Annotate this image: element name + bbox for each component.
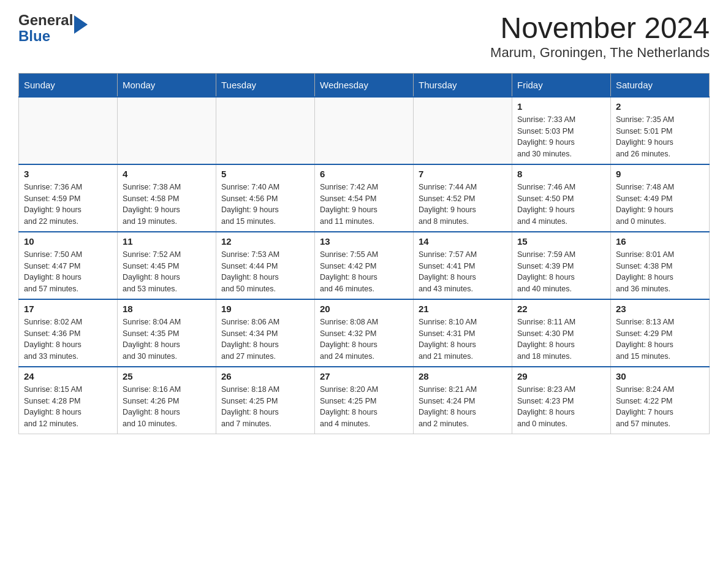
day-number: 15 [517,236,605,247]
calendar-cell: 2Sunrise: 7:35 AM Sunset: 5:01 PM Daylig… [611,97,710,164]
calendar-cell: 11Sunrise: 7:52 AM Sunset: 4:45 PM Dayli… [118,232,216,299]
calendar-cell: 18Sunrise: 8:04 AM Sunset: 4:35 PM Dayli… [118,299,216,367]
logo-general: General [18,12,73,28]
day-info: Sunrise: 8:18 AM Sunset: 4:25 PM Dayligh… [221,384,309,430]
day-info: Sunrise: 8:21 AM Sunset: 4:24 PM Dayligh… [419,384,507,430]
day-number: 23 [616,304,704,314]
day-number: 7 [419,169,507,179]
calendar-cell: 10Sunrise: 7:50 AM Sunset: 4:47 PM Dayli… [19,232,118,299]
day-number: 24 [24,371,112,381]
day-number: 12 [221,236,309,247]
logo: General Blue [18,12,88,45]
day-info: Sunrise: 8:04 AM Sunset: 4:35 PM Dayligh… [123,316,211,362]
day-info: Sunrise: 7:42 AM Sunset: 4:54 PM Dayligh… [320,182,408,228]
day-number: 29 [517,371,605,381]
day-info: Sunrise: 8:08 AM Sunset: 4:32 PM Dayligh… [320,316,408,362]
logo-arrow-icon [74,15,88,34]
day-number: 25 [123,371,211,381]
day-info: Sunrise: 7:59 AM Sunset: 4:39 PM Dayligh… [517,249,605,295]
day-info: Sunrise: 7:40 AM Sunset: 4:56 PM Dayligh… [221,182,309,228]
calendar-cell [118,97,216,164]
day-number: 10 [24,236,112,247]
calendar-cell: 13Sunrise: 7:55 AM Sunset: 4:42 PM Dayli… [315,232,414,299]
calendar-cell: 22Sunrise: 8:11 AM Sunset: 4:30 PM Dayli… [512,299,611,367]
calendar-cell [216,97,315,164]
week-row-3: 10Sunrise: 7:50 AM Sunset: 4:47 PM Dayli… [19,232,710,299]
day-info: Sunrise: 7:52 AM Sunset: 4:45 PM Dayligh… [123,249,211,295]
day-info: Sunrise: 7:44 AM Sunset: 4:52 PM Dayligh… [419,182,507,228]
day-info: Sunrise: 7:48 AM Sunset: 4:49 PM Dayligh… [616,182,704,228]
day-info: Sunrise: 7:57 AM Sunset: 4:41 PM Dayligh… [419,249,507,295]
day-number: 28 [419,371,507,381]
calendar-cell [315,97,414,164]
calendar-cell: 1Sunrise: 7:33 AM Sunset: 5:03 PM Daylig… [512,97,611,164]
day-info: Sunrise: 8:13 AM Sunset: 4:29 PM Dayligh… [616,316,704,362]
calendar-cell: 25Sunrise: 8:16 AM Sunset: 4:26 PM Dayli… [118,367,216,434]
page-header: General Blue November 2024 Marum, Gronin… [18,12,710,61]
day-info: Sunrise: 8:06 AM Sunset: 4:34 PM Dayligh… [221,316,309,362]
day-info: Sunrise: 7:50 AM Sunset: 4:47 PM Dayligh… [24,249,112,295]
calendar-cell: 23Sunrise: 8:13 AM Sunset: 4:29 PM Dayli… [611,299,710,367]
day-number: 18 [123,304,211,314]
day-number: 3 [24,169,112,179]
day-number: 20 [320,304,408,314]
day-header-friday: Friday [512,73,611,97]
day-header-tuesday: Tuesday [216,73,315,97]
calendar-cell: 26Sunrise: 8:18 AM Sunset: 4:25 PM Dayli… [216,367,315,434]
day-number: 9 [616,169,704,179]
day-header-wednesday: Wednesday [315,73,414,97]
day-number: 27 [320,371,408,381]
logo-blue: Blue [18,28,73,44]
week-row-2: 3Sunrise: 7:36 AM Sunset: 4:59 PM Daylig… [19,164,710,232]
calendar-header: SundayMondayTuesdayWednesdayThursdayFrid… [19,73,710,97]
day-header-monday: Monday [118,73,216,97]
day-info: Sunrise: 7:33 AM Sunset: 5:03 PM Dayligh… [517,114,605,160]
day-info: Sunrise: 8:15 AM Sunset: 4:28 PM Dayligh… [24,384,112,430]
calendar-cell: 17Sunrise: 8:02 AM Sunset: 4:36 PM Dayli… [19,299,118,367]
day-number: 19 [221,304,309,314]
day-number: 8 [517,169,605,179]
day-info: Sunrise: 8:20 AM Sunset: 4:25 PM Dayligh… [320,384,408,430]
week-row-4: 17Sunrise: 8:02 AM Sunset: 4:36 PM Dayli… [19,299,710,367]
day-number: 21 [419,304,507,314]
calendar-cell: 3Sunrise: 7:36 AM Sunset: 4:59 PM Daylig… [19,164,118,232]
day-number: 22 [517,304,605,314]
calendar-cell [19,97,118,164]
calendar-cell: 8Sunrise: 7:46 AM Sunset: 4:50 PM Daylig… [512,164,611,232]
day-number: 4 [123,169,211,179]
calendar-cell: 21Sunrise: 8:10 AM Sunset: 4:31 PM Dayli… [414,299,512,367]
week-row-1: 1Sunrise: 7:33 AM Sunset: 5:03 PM Daylig… [19,97,710,164]
week-row-5: 24Sunrise: 8:15 AM Sunset: 4:28 PM Dayli… [19,367,710,434]
calendar-cell [414,97,512,164]
calendar-cell: 24Sunrise: 8:15 AM Sunset: 4:28 PM Dayli… [19,367,118,434]
day-number: 2 [616,101,704,112]
month-title: November 2024 [490,12,710,45]
day-number: 16 [616,236,704,247]
day-info: Sunrise: 8:24 AM Sunset: 4:22 PM Dayligh… [616,384,704,430]
location-title: Marum, Groningen, The Netherlands [490,45,710,61]
day-info: Sunrise: 7:36 AM Sunset: 4:59 PM Dayligh… [24,182,112,228]
calendar-cell: 29Sunrise: 8:23 AM Sunset: 4:23 PM Dayli… [512,367,611,434]
day-number: 6 [320,169,408,179]
day-number: 26 [221,371,309,381]
day-info: Sunrise: 8:16 AM Sunset: 4:26 PM Dayligh… [123,384,211,430]
days-of-week-row: SundayMondayTuesdayWednesdayThursdayFrid… [19,73,710,97]
calendar-cell: 12Sunrise: 7:53 AM Sunset: 4:44 PM Dayli… [216,232,315,299]
day-number: 17 [24,304,112,314]
calendar-cell: 4Sunrise: 7:38 AM Sunset: 4:58 PM Daylig… [118,164,216,232]
day-info: Sunrise: 7:46 AM Sunset: 4:50 PM Dayligh… [517,182,605,228]
day-header-saturday: Saturday [611,73,710,97]
day-number: 13 [320,236,408,247]
day-number: 5 [221,169,309,179]
day-info: Sunrise: 8:23 AM Sunset: 4:23 PM Dayligh… [517,384,605,430]
title-section: November 2024 Marum, Groningen, The Neth… [490,12,710,61]
calendar-table: SundayMondayTuesdayWednesdayThursdayFrid… [18,73,710,435]
calendar-cell: 20Sunrise: 8:08 AM Sunset: 4:32 PM Dayli… [315,299,414,367]
calendar-cell: 9Sunrise: 7:48 AM Sunset: 4:49 PM Daylig… [611,164,710,232]
calendar-cell: 14Sunrise: 7:57 AM Sunset: 4:41 PM Dayli… [414,232,512,299]
calendar-cell: 7Sunrise: 7:44 AM Sunset: 4:52 PM Daylig… [414,164,512,232]
day-number: 11 [123,236,211,247]
day-header-sunday: Sunday [19,73,118,97]
day-info: Sunrise: 7:55 AM Sunset: 4:42 PM Dayligh… [320,249,408,295]
calendar-cell: 16Sunrise: 8:01 AM Sunset: 4:38 PM Dayli… [611,232,710,299]
